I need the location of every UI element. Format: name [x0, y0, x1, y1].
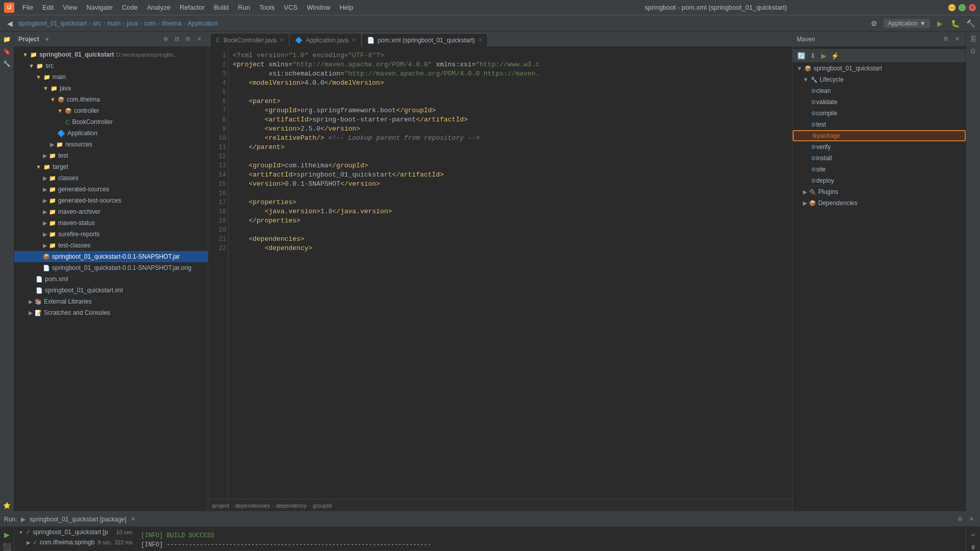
maven-site[interactable]: ⚙ site [793, 164, 966, 175]
tree-controller[interactable]: ▼ 📦 controller [14, 105, 208, 116]
tree-gen-test-sources[interactable]: ▶ 📁 generated-test-sources [14, 195, 208, 206]
bc-itheima[interactable]: itheima [162, 20, 182, 27]
database-icon[interactable]: 🗄 [968, 34, 979, 45]
maven-deploy[interactable]: ⚙ deploy [793, 175, 966, 186]
gradle-icon[interactable]: G [968, 46, 979, 57]
tab-bookcontroller-close[interactable]: ✕ [280, 37, 284, 43]
menu-run[interactable]: Run [234, 3, 254, 12]
settings-icon[interactable]: ⚙ [868, 18, 879, 29]
run-button[interactable]: ▶ [934, 18, 945, 29]
menu-build[interactable]: Build [210, 3, 233, 12]
panel-settings-icon[interactable]: ⚙ [183, 35, 192, 44]
maven-dependencies[interactable]: ▶ 📦 Dependencies [793, 197, 966, 209]
maximize-button[interactable]: □ [959, 4, 966, 11]
maven-settings-icon[interactable]: ⚙ [941, 35, 950, 44]
bc-java[interactable]: java [127, 20, 138, 27]
menu-window[interactable]: Window [303, 3, 334, 12]
run-stop-button[interactable]: ⬛ [2, 541, 13, 551]
maven-test[interactable]: ⚙ test [793, 119, 966, 130]
menu-view[interactable]: View [59, 3, 81, 12]
run-item-child[interactable]: ▶ ✓ com.itheima:springb 8 sec, 322 ms [14, 537, 137, 547]
run-item-root[interactable]: ▼ ✓ springboot_01_quickstart [p 10 sec [14, 527, 137, 537]
maven-validate[interactable]: ⚙ validate [793, 96, 966, 108]
tree-application[interactable]: 🔷 Application [14, 128, 208, 139]
bc-project[interactable]: springboot_01_quickstart [18, 20, 87, 27]
maven-compile[interactable]: ⚙ compile [793, 108, 966, 119]
menu-vcs[interactable]: VCS [280, 3, 302, 12]
run-close-icon[interactable]: ✕ [131, 516, 135, 522]
menu-analyze[interactable]: Analyze [143, 3, 175, 12]
run-config-selector[interactable]: Application ▼ [884, 19, 930, 28]
locate-icon[interactable]: ⊕ [161, 35, 170, 44]
maven-install[interactable]: ⚙ install [793, 153, 966, 164]
collapse-icon[interactable]: ⊟ [172, 35, 181, 44]
tree-root[interactable]: ▼ 📁 springboot_01_quickstart D:\workspac… [14, 49, 208, 60]
back-icon[interactable]: ◀ [4, 18, 15, 29]
menu-help[interactable]: Help [335, 3, 357, 12]
menu-tools[interactable]: Tools [255, 3, 279, 12]
bc-com[interactable]: com [144, 20, 156, 27]
maven-verify[interactable]: ⚙ verify [793, 141, 966, 153]
bookmark-icon[interactable]: 🔖 [2, 46, 13, 57]
structure-icon[interactable]: 🔧 [2, 58, 13, 69]
tab-bookcontroller[interactable]: C BookController.java ✕ [210, 33, 289, 46]
project-panel-dropdown[interactable]: ▼ [44, 36, 50, 42]
menu-code[interactable]: Code [118, 3, 142, 12]
maven-execute-icon[interactable]: ⚡ [830, 51, 840, 60]
build-button[interactable]: 🔨 [965, 18, 976, 29]
tree-resources[interactable]: ▶ 📁 resources [14, 139, 208, 150]
project-icon[interactable]: 📁 [2, 34, 13, 45]
tree-maven-archiver[interactable]: ▶ 📁 maven-archiver [14, 206, 208, 217]
tree-gen-sources[interactable]: ▶ 📁 generated-sources [14, 184, 208, 195]
bc-src[interactable]: src [93, 20, 101, 27]
maven-refresh-icon[interactable]: 🔄 [797, 51, 806, 60]
maven-lifecycle[interactable]: ▼ 🔧 Lifecycle [793, 74, 966, 85]
menu-navigate[interactable]: Navigate [82, 3, 116, 12]
tree-bookcontroller[interactable]: C BookController [14, 116, 208, 128]
wrap-icon[interactable]: ↩ [968, 529, 979, 540]
tree-target[interactable]: ▼ 📁 target [14, 161, 208, 172]
bc-dependencies[interactable]: dependencies [235, 503, 271, 509]
favorites-icon[interactable]: ⭐ [2, 500, 13, 511]
maven-download-icon[interactable]: ⬇ [808, 51, 817, 60]
bc-application[interactable]: Application [187, 20, 217, 27]
tree-classes[interactable]: ▶ 📁 classes [14, 172, 208, 184]
close-button[interactable]: ✕ [969, 4, 976, 11]
maven-root[interactable]: ▼ 📦 springboot_01_quickstart [793, 63, 966, 74]
debug-button[interactable]: 🐛 [949, 18, 961, 29]
tree-external-libs[interactable]: ▶ 📚 External Libraries [14, 296, 208, 307]
tree-scratches[interactable]: ▶ 📝 Scratches and Consoles [14, 307, 208, 318]
tree-jar[interactable]: 📦 springboot_01_quickstart-0.0.1-SNAPSHO… [14, 251, 208, 262]
code-editor[interactable]: <?xml version="1.0" encoding="UTF-8"?> <… [229, 47, 792, 499]
clear-icon[interactable]: 🗑 [968, 541, 979, 551]
minimize-button[interactable]: — [948, 4, 955, 11]
tree-maven-status[interactable]: ▶ 📁 maven-status [14, 217, 208, 229]
maven-package[interactable]: ⚙ package [793, 130, 966, 141]
tab-application[interactable]: 🔷 Application.java ✕ [289, 33, 361, 46]
tree-test[interactable]: ▶ 📁 test [14, 150, 208, 161]
bottom-close-icon[interactable]: ✕ [967, 515, 976, 524]
tree-com[interactable]: ▼ 📦 com.itheima [14, 94, 208, 105]
panel-close-icon[interactable]: ✕ [194, 35, 204, 44]
menu-refactor[interactable]: Refactor [176, 3, 209, 12]
maven-close-icon[interactable]: ✕ [952, 35, 962, 44]
run-play-button[interactable]: ▶ [2, 529, 13, 540]
maven-plugins[interactable]: ▶ 🔌 Plugins [793, 186, 966, 197]
bottom-settings-icon[interactable]: ⚙ [955, 515, 965, 524]
menu-edit[interactable]: Edit [38, 3, 58, 12]
tree-java[interactable]: ▼ 📁 java [14, 83, 208, 94]
tree-surefire[interactable]: ▶ 📁 surefire-reports [14, 229, 208, 240]
tab-pom-close[interactable]: ✕ [478, 37, 482, 43]
tree-src[interactable]: ▼ 📁 src [14, 60, 208, 71]
bc-groupid[interactable]: groupId [313, 503, 332, 509]
maven-run-icon[interactable]: ▶ [819, 51, 828, 60]
bc-project[interactable]: project [212, 503, 229, 509]
tree-pom-xml[interactable]: 📄 pom.xml [14, 273, 208, 285]
tree-jar-orig[interactable]: 📄 springboot_01_quickstart-0.0.1-SNAPSHO… [14, 262, 208, 273]
tree-main[interactable]: ▼ 📁 main [14, 71, 208, 83]
tree-test-classes[interactable]: ▶ 📁 test-classes [14, 240, 208, 251]
tab-pom[interactable]: 📄 pom.xml (springboot_01_quickstart) ✕ [361, 33, 488, 46]
bc-dependency[interactable]: dependency [276, 503, 307, 509]
tree-iml[interactable]: 📄 springboot_01_quickstart.iml [14, 285, 208, 296]
bc-main[interactable]: main [107, 20, 120, 27]
